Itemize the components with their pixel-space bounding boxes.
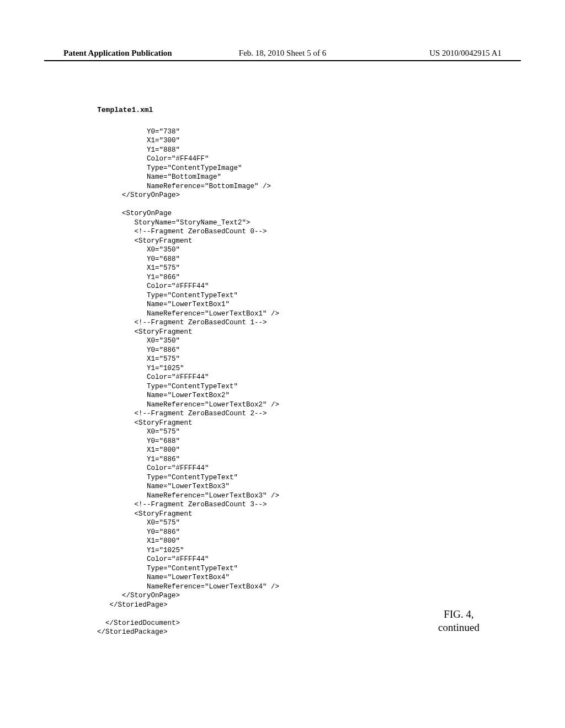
header-rule xyxy=(44,60,521,61)
xml-code-block: Y0="738" X1="300" Y1="888" Color="#FF44F… xyxy=(97,127,279,637)
page-header: Patent Application Publication Feb. 18, … xyxy=(0,49,565,58)
figure-caption: FIG. 4, continued xyxy=(438,608,479,634)
xml-filename: Template1.xml xyxy=(97,106,153,114)
header-left: Patent Application Publication xyxy=(63,49,172,58)
figure-label-line1: FIG. 4, xyxy=(438,608,479,621)
header-center: Feb. 18, 2010 Sheet 5 of 6 xyxy=(239,49,326,58)
figure-label-line2: continued xyxy=(438,621,479,634)
patent-page: Patent Application Publication Feb. 18, … xyxy=(0,0,565,728)
header-right: US 2010/0042915 A1 xyxy=(429,49,502,58)
